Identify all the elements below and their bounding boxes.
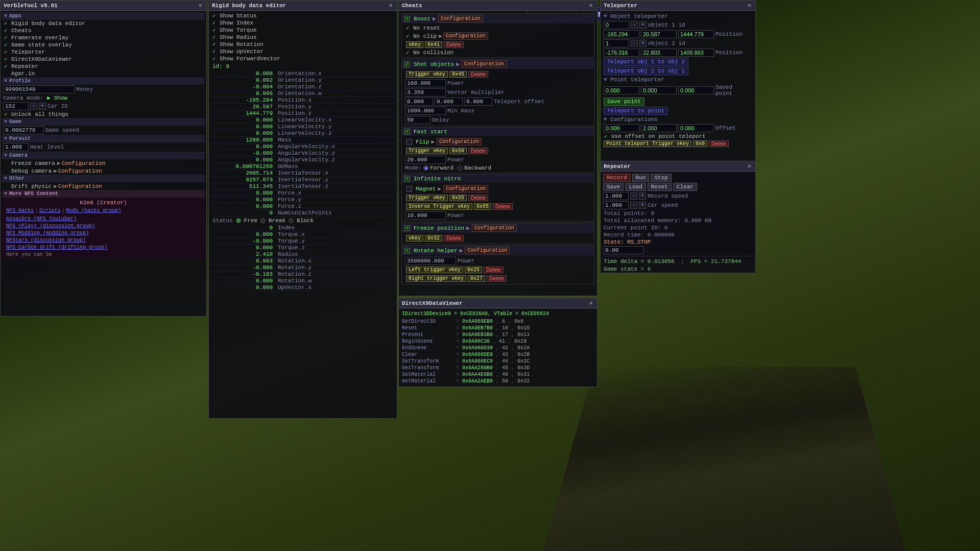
cheats-close[interactable]: ✕ — [588, 2, 594, 9]
reset-btn[interactable]: Reset — [648, 183, 672, 191]
boost-check[interactable]: ✓ — [404, 16, 410, 22]
obj2-y-input[interactable] — [641, 49, 677, 57]
more-nfs-category[interactable]: ▼ More NFS Content — [2, 190, 205, 198]
no-reset[interactable]: ✓No reset — [404, 25, 592, 32]
rotate-check[interactable]: ✓ — [404, 248, 410, 254]
obj1-x-input[interactable] — [604, 30, 639, 38]
nitro-check[interactable]: ✓ — [404, 176, 410, 182]
pursuit-category[interactable]: ▼ Pursuit — [2, 135, 205, 142]
apps-category[interactable]: ▼ Apps — [2, 12, 205, 20]
save-point-btn[interactable]: Save point — [604, 98, 644, 106]
no-clip-config[interactable]: Configuration — [443, 32, 488, 40]
show-radius[interactable]: ✓Show Radius — [210, 34, 395, 41]
app-directx[interactable]: ✓DirectX9DataViewer — [2, 56, 205, 63]
app-gamestate[interactable]: ✓Game state overlay — [2, 41, 205, 49]
vector-mult-input[interactable] — [405, 88, 446, 97]
magnet-delete-btn[interactable]: Delete — [468, 195, 488, 201]
use-offset[interactable]: ✓Use offset on point teleport — [602, 133, 754, 140]
car-id-input[interactable] — [3, 102, 29, 110]
game-category[interactable]: ▼ Game — [2, 118, 205, 126]
obj1-plus[interactable]: + — [639, 21, 647, 29]
stop-btn[interactable]: Stop — [651, 174, 671, 182]
backward-radio[interactable]: Backward — [458, 165, 491, 171]
discussion-link[interactable]: NFS <Play> (discussion group) — [6, 223, 95, 229]
rec-speed-plus[interactable]: + — [639, 193, 646, 200]
obj1-y-input[interactable] — [641, 30, 677, 38]
freeze-camera[interactable]: ✓ Freeze camera ▶ Configuration — [2, 159, 205, 167]
shot-config-btn[interactable]: Configuration — [462, 60, 507, 68]
freeze-pos-config[interactable]: Configuration — [472, 224, 517, 232]
no-collision[interactable]: ✓No collision — [404, 49, 592, 56]
verbletool-close[interactable]: ✕ — [198, 2, 203, 9]
min-mass-input[interactable] — [405, 107, 446, 115]
carbon-link[interactable]: NFS Carbon drift (drifting group) — [6, 245, 107, 250]
car-speed-plus[interactable]: + — [639, 202, 646, 209]
heat-level-input[interactable] — [3, 143, 29, 151]
show-rotation[interactable]: ✓Show Rotation — [210, 41, 395, 48]
saved-y-input[interactable] — [641, 86, 677, 94]
obj2-minus[interactable]: - — [631, 40, 638, 47]
no-clip[interactable]: ✓No clip ▶ Configuration — [404, 32, 592, 40]
run-btn[interactable]: Run — [632, 174, 650, 182]
status-block[interactable] — [289, 218, 294, 223]
unlock-all[interactable]: ✓Unlock all things — [2, 111, 205, 118]
save-btn[interactable]: Save — [603, 183, 624, 191]
off-x-input[interactable] — [604, 124, 639, 132]
right-trigger-delete[interactable]: Delete — [487, 275, 507, 282]
app-agar[interactable]: ✓Agar.io — [2, 70, 205, 77]
show-status[interactable]: ✓Show Status — [210, 12, 395, 19]
fast-start-check[interactable]: ✓ — [404, 129, 410, 135]
camera-category[interactable]: ▼ Camera — [2, 152, 205, 159]
boost-delete-btn[interactable]: Delete — [444, 41, 464, 48]
tp-off-x[interactable] — [405, 98, 433, 106]
clear-btn[interactable]: Clear — [673, 183, 697, 191]
car-speed-input[interactable] — [603, 201, 629, 209]
obj2-id-input[interactable] — [604, 39, 629, 47]
fast-power-input[interactable] — [405, 156, 446, 164]
obj1-minus[interactable]: - — [631, 21, 638, 29]
shot-delete-btn[interactable]: Delete — [468, 71, 488, 78]
off-y-input[interactable] — [641, 124, 677, 132]
nfs-hacks-link[interactable]: NFS Hacks — [6, 208, 34, 214]
boost-config-btn[interactable]: Configuration — [438, 15, 483, 22]
rotate-config[interactable]: Configuration — [465, 247, 510, 254]
rec-speed-minus[interactable]: - — [630, 193, 637, 200]
tp-1to2-btn[interactable]: Teleport obj 1 to obj 2 — [604, 58, 688, 66]
teleporter-close[interactable]: ✕ — [747, 2, 752, 9]
app-cheats[interactable]: ✓Cheats — [2, 27, 205, 34]
other-category[interactable]: ▼ Other — [2, 175, 205, 182]
camera-mode-arrow[interactable]: ▶ Show — [47, 94, 67, 101]
youtuber-link[interactable]: Assaibre (NFS Youtuber) — [6, 216, 77, 222]
delay-input[interactable] — [405, 116, 431, 124]
car-speed-minus[interactable]: - — [630, 202, 637, 209]
show-torque[interactable]: ✓Show Torque — [210, 27, 395, 34]
left-trigger-delete[interactable]: Delete — [484, 267, 504, 273]
fast-delete-btn[interactable]: Delete — [468, 148, 488, 154]
game-speed-input[interactable] — [3, 126, 44, 134]
saved-x-input[interactable] — [604, 86, 639, 94]
saved-z-input[interactable] — [678, 86, 714, 94]
app-framerate[interactable]: ✓Framerate overlay — [2, 34, 205, 41]
tp-to-point-btn[interactable]: Teleport to point — [604, 107, 668, 115]
app-teleporter[interactable]: ✓Teleporter — [2, 49, 205, 56]
mods-link[interactable]: Mods (hacks group) — [66, 208, 121, 214]
scripts-link[interactable]: Scripts — [39, 208, 61, 214]
app-rigidbody[interactable]: ✓Rigid body data editor — [2, 20, 205, 27]
drift-physic[interactable]: ✓ Drift physic ▶ Configuration — [2, 182, 205, 190]
forward-radio[interactable]: Forward — [423, 165, 453, 171]
freeze-pos-delete-btn[interactable]: Delete — [444, 235, 464, 242]
load-btn[interactable]: Load — [625, 183, 646, 191]
nfstars-link[interactable]: NFStars (discussion group) — [6, 237, 86, 243]
tp-off-z[interactable] — [464, 98, 492, 106]
off-z-input[interactable] — [678, 124, 714, 132]
flip-check[interactable] — [406, 139, 412, 145]
debug-camera[interactable]: ✓ Debug camera ▶ Configuration — [2, 167, 205, 175]
magnet-check[interactable] — [406, 186, 412, 192]
tp-2to1-btn[interactable]: Teleport obj 2 to obj 1 — [604, 67, 688, 75]
point-trigger-delete[interactable]: Delete — [709, 140, 729, 147]
magnet-config[interactable]: Configuration — [443, 185, 488, 193]
show-forwardvector[interactable]: ✓Show ForwardVector — [210, 55, 395, 62]
obj2-x-input[interactable] — [604, 49, 639, 57]
shot-check[interactable]: ✓ — [404, 61, 410, 67]
flip-config[interactable]: Configuration — [437, 138, 482, 146]
